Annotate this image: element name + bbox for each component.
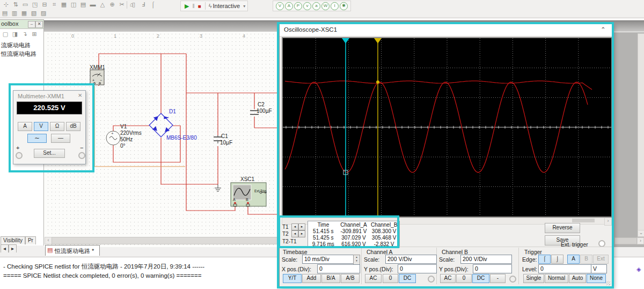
trigger-level-input[interactable]: 0 [538, 264, 592, 273]
trigger-edge-rising-button[interactable]: ⌠ [538, 255, 551, 264]
channel-b-scale-input[interactable]: 200 V/Div [460, 255, 512, 264]
yt-button[interactable]: Y/T [283, 274, 302, 283]
canvas-vscrollbar[interactable] [638, 33, 644, 231]
toolbox-close-button[interactable]: ✕ [35, 21, 43, 28]
tab-visibility[interactable]: Visibility [1, 236, 25, 244]
channel-b-minus-button[interactable]: - [490, 274, 506, 283]
d1-name[interactable]: D1 [169, 109, 176, 114]
spreadsheet-corner-icon[interactable]: ◈ [636, 266, 641, 273]
toolbar-icon[interactable]: ▭ [21, 1, 30, 9]
multimeter-ac-button[interactable]: ∼ [27, 134, 47, 143]
trigger-source-ext-button[interactable]: Ext [593, 255, 609, 264]
canvas-hscrollbar[interactable] [52, 237, 280, 244]
timebase-scale-input[interactable]: 10 ms/Div [302, 255, 355, 264]
oscilloscope-display[interactable] [282, 37, 612, 218]
multimeter-dc-button[interactable]: — [51, 134, 70, 143]
toolbar-icon[interactable]: ▧ [30, 9, 38, 17]
toolbar-icon[interactable]: A [285, 2, 293, 10]
ba-button[interactable]: B/A [321, 274, 340, 283]
c2-name[interactable]: C2 [258, 102, 265, 107]
multimeter-ohm-button[interactable]: Ω [50, 122, 64, 131]
toolbar-icon[interactable]: ◫ [69, 1, 78, 9]
trigger-source-a-button[interactable]: A [567, 255, 580, 264]
channel-b-0-button[interactable]: 0 [456, 274, 472, 283]
timebase-scale-spinner[interactable]: ▴▾ [353, 255, 360, 265]
cursor-t2-left-button[interactable]: ◂ [291, 230, 298, 237]
toolbar-icon[interactable]: ↴ [20, 30, 29, 38]
channel-b-dc-button[interactable]: DC [472, 274, 489, 283]
channel-a-ypos-input[interactable]: 0 [398, 264, 437, 273]
toolbar-icon[interactable]: ⌠ [149, 1, 157, 9]
cursor-t1-right-button[interactable]: ▸ [298, 223, 305, 230]
v1-name[interactable]: V1 [120, 124, 127, 129]
collapse-icon[interactable]: ⌃ [601, 26, 606, 33]
add-button[interactable]: Add [302, 274, 321, 283]
canvas-hscroll-thumb[interactable] [614, 237, 637, 244]
chevron-down-icon[interactable]: ▾ [243, 4, 245, 9]
multimeter-set-button[interactable]: Set... [34, 149, 65, 158]
c1-name[interactable]: C1 [221, 133, 228, 139]
canvas-vscroll-down[interactable]: ⌄ [638, 230, 644, 237]
multimeter-ampere-button[interactable]: A [18, 122, 32, 131]
toolbar-icon[interactable]: I [331, 2, 339, 10]
multimeter-plus-terminal[interactable] [16, 152, 23, 159]
spinner-down-icon[interactable]: ▾ [356, 259, 357, 262]
toolbar-icon[interactable]: P [294, 2, 302, 10]
tree-item-circuit-2[interactable]: 恒流驱动电路 [1, 50, 36, 58]
toolbar-icon[interactable]: W [321, 2, 330, 10]
channel-b-ac-button[interactable]: AC [440, 274, 456, 283]
toolbar-icon[interactable]: ▤ [1, 9, 9, 17]
xsc1-label[interactable]: XSC1 [240, 176, 254, 182]
oscilloscope-titlebar[interactable]: Oscilloscope-XSC1 ⌃ [280, 24, 612, 37]
toolbar-icon[interactable]: ▥ [10, 9, 19, 17]
xmm1-label[interactable]: XMM1 [90, 64, 105, 70]
toolbar-icon[interactable]: ⇅ [11, 1, 20, 9]
tab-scroll-right[interactable]: ▸ [9, 244, 17, 252]
toolbar-icon[interactable]: △ [98, 1, 107, 9]
toolbar-icon[interactable]: ▤ [79, 1, 87, 9]
toolbar-icon[interactable]: ▯ [129, 1, 138, 9]
tab-scroll-left[interactable]: ◂ [1, 244, 9, 252]
toolbar-icon[interactable]: ▦ [60, 1, 68, 9]
document-tab[interactable]: ▤ 恒流驱动电路 * [45, 245, 100, 256]
channel-a-ac-button[interactable]: AC [365, 274, 382, 283]
stop-button[interactable]: ■ [198, 3, 201, 9]
toolbar-icon[interactable]: ◳ [31, 1, 39, 9]
toolbar-icon[interactable]: Ⅎ [139, 1, 148, 9]
channel-a-dc-button[interactable]: DC [399, 274, 416, 283]
multimeter-volt-button[interactable]: V [34, 122, 48, 131]
channel-b-ypos-input[interactable]: 0 [473, 264, 512, 273]
toolbar-icon[interactable]: a [312, 2, 320, 10]
timebase-xpos-input[interactable]: 0 [317, 264, 360, 273]
toolbar-icon[interactable]: V [276, 2, 284, 10]
toolbox-float-button[interactable]: – [28, 21, 35, 28]
tree-item-circuit-1[interactable]: 流驱动电路 [1, 41, 31, 49]
trigger-auto-button[interactable]: Auto [569, 274, 586, 283]
trigger-none-button[interactable]: None [587, 274, 606, 283]
multimeter-minus-terminal[interactable] [78, 152, 85, 159]
trigger-level-unit[interactable]: V [591, 264, 607, 273]
run-button[interactable]: ▶ [185, 3, 189, 10]
pause-button[interactable]: ‖ [192, 3, 194, 9]
close-icon[interactable]: ✕ [78, 92, 82, 98]
toolbar-icon[interactable]: ⌗ [50, 1, 58, 9]
toolbar-icon[interactable]: ✂ [118, 1, 126, 9]
channel-a-0-button[interactable]: 0 [383, 274, 398, 283]
trigger-edge-falling-button[interactable]: ⌡ [551, 255, 564, 264]
canvas-hscroll-left[interactable]: ‹ [45, 237, 52, 244]
toolbar-icon[interactable]: ▢ [1, 30, 10, 38]
toolbar-icon[interactable]: ▦ [20, 9, 28, 17]
ab-button[interactable]: A/B [341, 274, 360, 283]
scope-hscroll-thumb[interactable] [572, 219, 595, 222]
reverse-button[interactable]: Reverse [545, 223, 580, 233]
trigger-single-button[interactable]: Single [523, 274, 544, 283]
toolbar-icon[interactable]: ▨ [39, 9, 48, 17]
cursor-t2-right-button[interactable]: ▸ [298, 230, 305, 237]
canvas-hscroll-right[interactable]: › [637, 237, 644, 244]
toolbar-icon[interactable]: ▬ [89, 1, 97, 9]
toolbar-icon[interactable]: ◨ [11, 30, 19, 38]
toolbar-icon[interactable]: ⊹ [2, 1, 10, 9]
trigger-normal-button[interactable]: Normal [545, 274, 568, 283]
toolbar-icon[interactable]: v [303, 2, 311, 10]
toolbar-icon[interactable]: ⊞ [30, 30, 39, 38]
